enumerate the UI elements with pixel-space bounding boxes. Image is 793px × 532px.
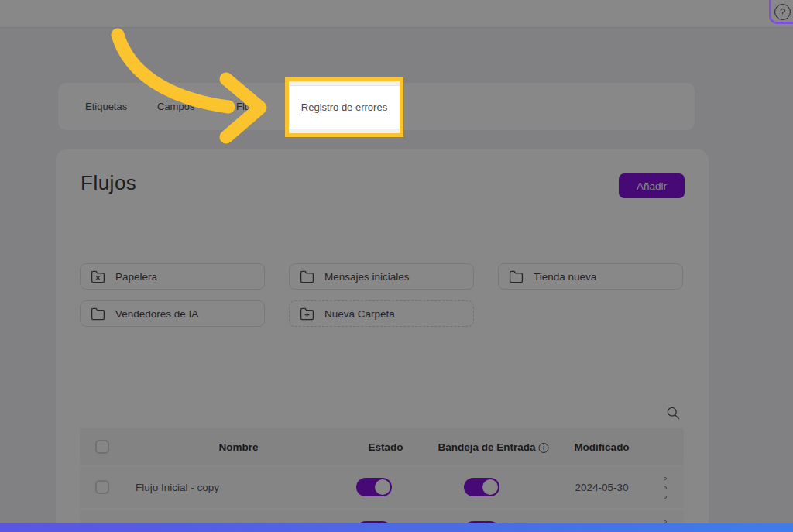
table-row: Flujo Inicial - copy 2024-05-30	[80, 467, 684, 508]
flows-panel: Flujos Añadir Papelera Mensajes iniciale…	[56, 149, 709, 532]
page-title: Flujos	[81, 171, 136, 195]
tab-etiquetas[interactable]: Etiquetas	[85, 83, 127, 130]
new-folder-button[interactable]: Nueva Carpeta	[289, 300, 474, 327]
info-icon[interactable]: i	[539, 443, 549, 453]
folder-papelera[interactable]: Papelera	[80, 263, 265, 290]
folder-mensajes-iniciales[interactable]: Mensajes iniciales	[289, 263, 474, 290]
folder-label: Papelera	[115, 271, 157, 283]
column-header-status: Estado	[368, 441, 403, 453]
folder-icon	[91, 307, 105, 321]
table-header: Nombre Estado Bandeja de Entradai Modifi…	[80, 428, 684, 465]
folder-x-icon	[91, 269, 105, 284]
help-button[interactable]: ?	[774, 4, 791, 20]
select-all-checkbox[interactable]	[95, 440, 109, 454]
status-toggle[interactable]	[356, 478, 392, 496]
tab-flujos[interactable]: Flujos	[236, 83, 263, 130]
folder-icon	[300, 269, 314, 284]
bottom-gradient-bar	[0, 523, 793, 532]
annotation-highlight-box: Registro de errores	[285, 77, 403, 137]
column-header-inbox: Bandeja de Entradai	[438, 441, 548, 453]
folder-label: Vendedores de IA	[115, 308, 198, 320]
question-mark-icon: ?	[780, 6, 785, 18]
column-header-name: Nombre	[218, 441, 258, 453]
folder-label: Nueva Carpeta	[324, 308, 395, 320]
folder-tienda-nueva[interactable]: Tienda nueva	[498, 263, 683, 290]
flow-name: Flujo Inicial - copy	[136, 482, 219, 493]
folder-plus-icon	[300, 307, 314, 321]
highlighted-tab-label[interactable]: Registro de errores	[301, 101, 387, 113]
folder-vendedores-de-ia[interactable]: Vendedores de IA	[80, 300, 265, 327]
kebab-menu-icon[interactable]	[660, 477, 671, 499]
tab-campos[interactable]: Campos	[157, 83, 194, 130]
add-button[interactable]: Añadir	[619, 173, 685, 198]
search-button[interactable]	[665, 405, 681, 420]
app-frame: ? Etiquetas Campos Flujos Registro de er…	[0, 0, 793, 532]
modified-date: 2024-05-30	[575, 482, 628, 493]
search-icon	[665, 405, 681, 420]
inbox-toggle[interactable]	[464, 478, 499, 496]
folder-label: Mensajes iniciales	[324, 271, 410, 283]
column-header-modified: Modificado	[574, 441, 629, 453]
row-checkbox[interactable]	[95, 480, 109, 494]
folder-label: Tienda nueva	[534, 271, 596, 283]
topbar: ?	[0, 0, 793, 28]
folder-icon	[509, 269, 524, 284]
